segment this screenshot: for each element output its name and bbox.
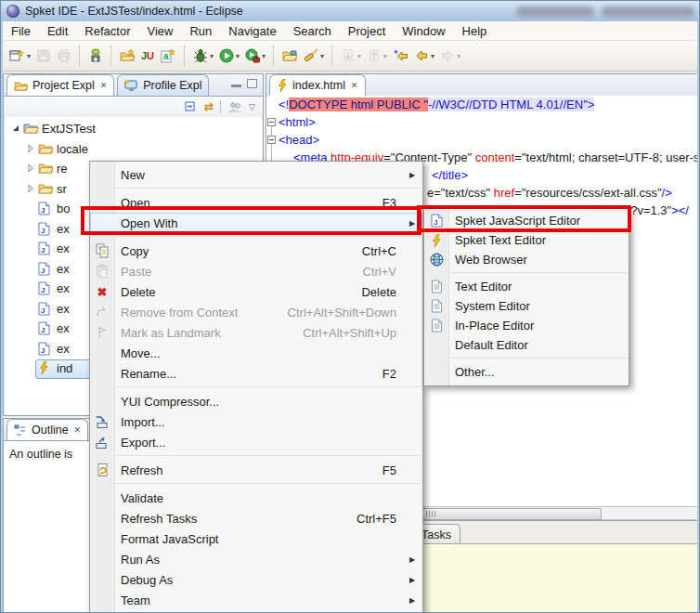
dropdown-arrow-icon[interactable]: ▾ <box>357 52 361 60</box>
junit-button[interactable]: JU <box>139 45 157 67</box>
search-icon <box>304 48 318 63</box>
folder-icon <box>38 162 53 175</box>
fold-collapse-icon[interactable] <box>267 118 276 126</box>
context-menu-item-copy[interactable]: CopyCtrl+C <box>90 241 422 261</box>
tree-item-locale[interactable]: locale <box>5 139 262 159</box>
context-menu-item-open-with[interactable]: Open With▶ <box>90 213 422 233</box>
close-icon[interactable]: ✕ <box>351 81 358 90</box>
open-with-item-spket-text-editor[interactable]: Spket Text Editor <box>424 230 629 250</box>
maximize-icon[interactable] <box>247 79 257 88</box>
tab-outline[interactable]: Outline ✕ <box>6 419 88 440</box>
next-annotation-icon <box>341 48 356 63</box>
tree-item-extjstest[interactable]: ExtJSTest <box>5 119 262 138</box>
tab-index-html[interactable]: index.html ✕ <box>269 74 366 96</box>
tab-label: Tasks <box>421 528 451 541</box>
context-menu-item-open[interactable]: OpenF3 <box>90 192 422 213</box>
working-sets-icon[interactable] <box>228 101 242 113</box>
open-resource-button[interactable] <box>280 45 300 67</box>
open-with-item-default-editor[interactable]: Default Editor <box>424 335 629 355</box>
last-edit-location-button[interactable] <box>391 45 410 67</box>
dropdown-arrow-icon[interactable]: ▾ <box>236 52 240 60</box>
open-with-item-other[interactable]: Other... <box>424 362 629 382</box>
dropdown-arrow-icon[interactable]: ▾ <box>431 52 434 60</box>
menu-window[interactable]: Window <box>394 22 453 40</box>
menu-run[interactable]: Run <box>181 22 220 40</box>
open-with-item-in-place-editor[interactable]: In-Place Editor <box>424 316 629 335</box>
menu-file[interactable]: File <box>3 22 39 40</box>
menu-help[interactable]: Help <box>454 22 496 40</box>
menu-refactor[interactable]: Refactor <box>76 22 138 40</box>
context-menu-item-team[interactable]: Team▶ <box>90 590 422 610</box>
context-menu-item-rename[interactable]: Rename...F2 <box>90 363 422 384</box>
menu-project[interactable]: Project <box>340 22 394 40</box>
menu-item-shortcut: Ctrl+V <box>363 265 409 279</box>
svg-text:J: J <box>434 218 437 227</box>
open-type-button[interactable] <box>118 45 137 67</box>
menu-item-label: Remove from Context <box>121 306 238 320</box>
context-menu-item-new[interactable]: New▶ <box>90 164 422 185</box>
dropdown-arrow-icon[interactable]: ▾ <box>27 52 31 60</box>
minimize-icon[interactable] <box>231 79 241 87</box>
context-menu: New▶OpenF3Open With▶CopyCtrl+CPasteCtrl+… <box>89 161 423 613</box>
back-icon <box>414 48 429 63</box>
external-tools-button[interactable]: ▾ <box>243 45 267 67</box>
new-web-app-button[interactable]: a <box>159 45 178 67</box>
editor-tab-row: index.html ✕ <box>266 74 700 97</box>
run-button[interactable]: ▾ <box>217 45 241 67</box>
android-sdk-button[interactable] <box>86 45 105 67</box>
collapse-all-icon[interactable] <box>185 100 198 113</box>
twisty-collapsed-icon[interactable] <box>25 182 35 193</box>
open-with-item-web-browser[interactable]: Web Browser <box>424 250 629 269</box>
context-menu-item-run-as[interactable]: Run As▶ <box>90 549 422 569</box>
close-icon[interactable]: ✕ <box>74 425 82 435</box>
next-annotation-button: ▾ <box>339 45 363 67</box>
open-with-item-spket-javascript-editor[interactable]: JSpket JavaScript Editor <box>424 211 629 230</box>
js-file-icon: J <box>38 321 50 335</box>
context-menu-item-export[interactable]: Export... <box>90 432 422 452</box>
close-icon[interactable]: ✕ <box>100 81 108 90</box>
tree-item-label: re <box>57 162 68 176</box>
title-bar[interactable]: Spket IDE - ExtJSTest/index.html - Eclip… <box>1 1 700 22</box>
dropdown-arrow-icon[interactable]: ▾ <box>383 52 387 60</box>
context-menu-item-move[interactable]: Move... <box>90 343 422 363</box>
context-menu-item-refresh-tasks[interactable]: Refresh TasksCtrl+F5 <box>90 508 422 528</box>
dropdown-arrow-icon[interactable]: ▾ <box>320 52 324 60</box>
context-menu-item-yui-compressor[interactable]: YUI Compressor... <box>90 391 422 411</box>
twisty-collapsed-icon[interactable] <box>25 162 35 173</box>
menu-view[interactable]: View <box>139 22 182 40</box>
menu-edit[interactable]: Edit <box>39 22 76 40</box>
link-with-editor-icon[interactable]: ⇄ <box>204 100 214 113</box>
fold-collapse-icon[interactable] <box>267 136 276 144</box>
tree-item-label: ex <box>57 241 70 255</box>
tab-project-explorer[interactable]: Project Expl ✕ <box>6 74 114 96</box>
new-button[interactable]: ▾ <box>7 45 32 67</box>
twisty-expanded-icon[interactable] <box>10 122 20 133</box>
open-with-item-system-editor[interactable]: System Editor <box>424 296 629 316</box>
dropdown-arrow-icon[interactable]: ▾ <box>457 52 460 60</box>
debug-button[interactable]: ▾ <box>191 45 215 67</box>
context-menu-item-import[interactable]: Import... <box>90 411 422 432</box>
context-menu-item-validate[interactable]: Validate <box>90 488 422 508</box>
menu-item-label: Default Editor <box>455 338 528 352</box>
dropdown-arrow-icon[interactable]: ▾ <box>210 52 214 60</box>
tab-profile-explorer[interactable]: Profile Expl <box>117 74 209 96</box>
open-with-item-text-editor[interactable]: Text Editor <box>424 277 629 296</box>
view-menu-icon[interactable]: ▽ <box>249 102 255 111</box>
menu-item-label: Format JavaScript <box>121 532 218 546</box>
context-menu-item-debug-as[interactable]: Debug As▶ <box>90 569 422 590</box>
code-line-html: <html> <box>279 115 316 129</box>
menu-item-label: Run As <box>121 553 160 567</box>
export-icon <box>90 435 114 450</box>
dropdown-arrow-icon[interactable]: ▾ <box>262 52 266 60</box>
menu-navigate[interactable]: Navigate <box>220 22 284 40</box>
context-menu-item-refresh[interactable]: RefreshF5 <box>90 460 422 480</box>
twisty-collapsed-icon[interactable] <box>25 142 35 153</box>
svg-text:J: J <box>41 226 45 234</box>
back-button[interactable]: ▾ <box>412 45 436 67</box>
tab-label: Outline <box>32 424 69 437</box>
scrollbar-thumb[interactable] <box>405 508 602 520</box>
context-menu-item-format-javascript[interactable]: Format JavaScript <box>90 528 422 549</box>
context-menu-item-delete[interactable]: ✖DeleteDelete <box>90 281 422 302</box>
menu-search[interactable]: Search <box>285 22 340 40</box>
search-button[interactable]: ▾ <box>302 45 326 67</box>
